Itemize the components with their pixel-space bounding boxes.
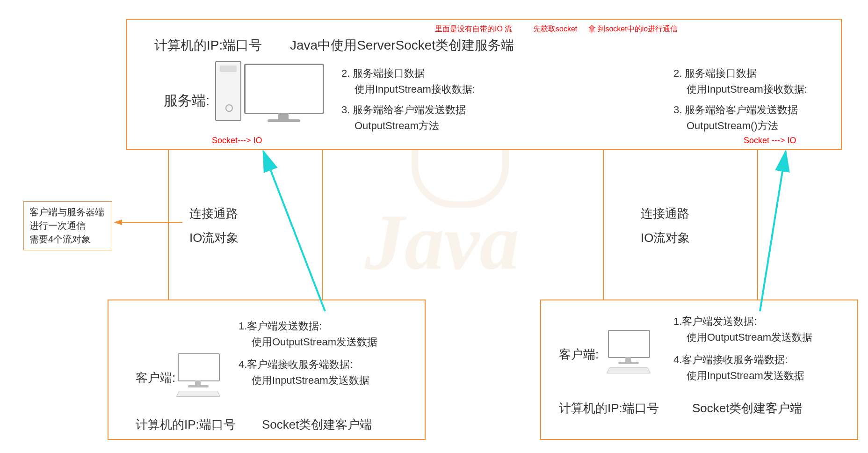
client-b-foot-left: 计算机的IP:端口号 — [559, 400, 659, 416]
client-a-foot-right: Socket类创建客户端 — [262, 416, 372, 433]
cyan-arrow-left — [263, 151, 325, 311]
socket-io-left: Socket---> IO — [212, 136, 262, 146]
cyan-arrow-right — [760, 151, 786, 311]
client-a-s4a: 4.客户端接收服务端数据: — [239, 358, 353, 370]
server-top-note-3: 拿 到socket中的io进行通信 — [588, 24, 678, 34]
watermark-java: Java — [365, 197, 519, 288]
server-steps-right: 2. 服务端接口数据 使用InputStream接收数据: 3. 服务端给客户端… — [673, 66, 807, 134]
channel-left: 连接通路 IO流对象 — [189, 201, 239, 250]
side-note-l1: 客户端与服务器端 — [29, 207, 104, 217]
server-steps-left: 2. 服务端接口数据 使用InputStream接收数据: 3. 服务端给客户端… — [341, 66, 475, 134]
server-top-note-1: 里面是没有自带的IO 流 — [435, 24, 512, 34]
server-label: 服务端: — [164, 91, 210, 110]
channel-right-l1: 连接通路 — [641, 206, 689, 220]
server-step-3a-left: 3. 服务端给客户端发送数据 — [341, 104, 466, 116]
client-a-s1a: 1.客户端发送数据: — [239, 320, 322, 332]
server-computer-icon — [215, 61, 327, 126]
server-step-2b-left: 使用InputStream接收数据: — [341, 81, 475, 97]
client-b-s4a: 4.客户端接收服务端数据: — [673, 354, 788, 365]
client-a-label: 客户端: — [136, 370, 175, 386]
side-note-box: 客户端与服务器端 进行一次通信 需要4个流对象 — [23, 201, 112, 250]
client-a-steps: 1.客户端发送数据: 使用OutputStream发送数据 4.客户端接收服务端… — [239, 318, 377, 388]
server-step-2b-right: 使用InputStream接收数据: — [673, 81, 807, 97]
client-b-s4b: 使用InputStream发送数据 — [673, 368, 812, 384]
channel-left-l1: 连接通路 — [189, 206, 238, 220]
channel-right: 连接通路 IO流对象 — [641, 201, 690, 250]
server-step-2a-right: 2. 服务端接口数据 — [673, 67, 757, 79]
server-title-left: 计算机的IP:端口号 — [154, 37, 262, 54]
side-note-l3: 需要4个流对象 — [29, 234, 91, 244]
server-top-note-2: 先获取socket — [533, 24, 577, 34]
watermark-cup — [412, 140, 509, 208]
side-note-l2: 进行一次通信 — [29, 220, 86, 231]
client-b-steps: 1.客户端发送数据: 使用OutputStream发送数据 4.客户端接收服务端… — [673, 314, 812, 384]
channel-left-l2: IO流对象 — [189, 231, 239, 245]
server-title-right: Java中使用ServerSocket类创建服务端 — [290, 37, 514, 54]
client-b-label: 客户端: — [559, 346, 599, 363]
client-b-s1b: 使用OutputStream发送数据 — [673, 329, 812, 345]
client-a-s4b: 使用InputStream发送数据 — [239, 373, 377, 388]
server-step-3b-right: OutputStream()方法 — [673, 118, 807, 134]
server-step-3b-left: OutputStream方法 — [341, 118, 475, 134]
client-b-s1a: 1.客户端发送数据: — [673, 315, 757, 327]
socket-io-right: Socket ---> IO — [744, 136, 796, 146]
server-step-2a-left: 2. 服务端接口数据 — [341, 67, 425, 79]
server-step-3a-right: 3. 服务端给客户端发送数据 — [673, 104, 798, 116]
client-b-foot-right: Socket类创建客户端 — [692, 400, 803, 416]
channel-right-l2: IO流对象 — [641, 231, 690, 245]
client-a-s1b: 使用OutputStream发送数据 — [239, 334, 377, 350]
client-a-foot-left: 计算机的IP:端口号 — [136, 416, 236, 433]
